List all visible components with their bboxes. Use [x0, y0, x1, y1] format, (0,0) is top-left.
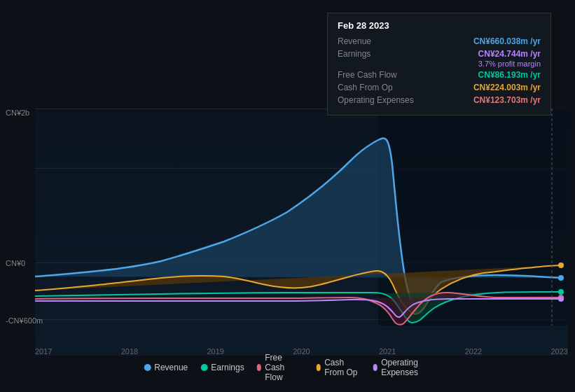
legend-cashop[interactable]: Cash From Op — [317, 358, 361, 377]
earnings-value: CN¥24.744m /yr — [478, 49, 541, 59]
cashop-legend-label: Cash From Op — [324, 358, 360, 377]
revenue-legend-dot — [144, 364, 151, 371]
y-label-top: CN¥2b — [6, 108, 29, 117]
revenue-label: Revenue — [338, 36, 422, 46]
cashop-legend-dot — [317, 364, 321, 371]
tooltip-opex-row: Operating Expenses CN¥123.703m /yr — [338, 95, 541, 105]
x-label-2022: 2022 — [465, 347, 482, 356]
cashop-value: CN¥224.003m /yr — [473, 83, 541, 92]
opex-legend-label: Operating Expenses — [381, 358, 431, 377]
x-label-2018: 2018 — [121, 347, 138, 356]
cashop-label: Cash From Op — [338, 83, 422, 92]
svg-point-2 — [558, 275, 564, 281]
legend-earnings[interactable]: Earnings — [200, 363, 244, 372]
tooltip-earnings-row: Earnings CN¥24.744m /yr — [338, 49, 541, 59]
svg-point-6 — [558, 296, 564, 302]
x-label-2023: 2023 — [551, 347, 568, 356]
revenue-legend-label: Revenue — [154, 363, 188, 372]
svg-point-3 — [558, 262, 564, 268]
chart-legend: Revenue Earnings Free Cash Flow Cash Fro… — [144, 353, 431, 382]
tooltip-cashop-row: Cash From Op CN¥224.003m /yr — [338, 83, 541, 92]
opex-legend-dot — [373, 364, 378, 371]
svg-point-4 — [558, 289, 564, 295]
opex-label: Operating Expenses — [338, 95, 422, 105]
tooltip-panel: Feb 28 2023 Revenue CN¥660.038m /yr Earn… — [327, 13, 551, 115]
tooltip-revenue-row: Revenue CN¥660.038m /yr — [338, 36, 541, 46]
tooltip-date: Feb 28 2023 — [338, 20, 541, 31]
tooltip-fcf-row: Free Cash Flow CN¥86.193m /yr — [338, 70, 541, 80]
fcf-legend-dot — [257, 364, 262, 371]
profit-margin: 3.7% profit margin — [338, 59, 541, 68]
fcf-label: Free Cash Flow — [338, 70, 422, 80]
opex-value: CN¥123.703m /yr — [473, 95, 541, 105]
legend-revenue[interactable]: Revenue — [144, 363, 188, 372]
legend-opex[interactable]: Operating Expenses — [373, 358, 431, 377]
x-label-2017: 2017 — [35, 347, 52, 356]
fcf-legend-label: Free Cash Flow — [265, 353, 303, 382]
y-label-mid: CN¥0 — [6, 259, 25, 267]
legend-fcf[interactable]: Free Cash Flow — [257, 353, 304, 382]
earnings-legend-dot — [200, 364, 207, 371]
earnings-legend-label: Earnings — [211, 363, 244, 372]
earnings-label: Earnings — [338, 49, 422, 59]
fcf-value: CN¥86.193m /yr — [478, 70, 541, 80]
revenue-value: CN¥660.038m /yr — [473, 36, 541, 46]
chart-svg — [35, 108, 568, 326]
